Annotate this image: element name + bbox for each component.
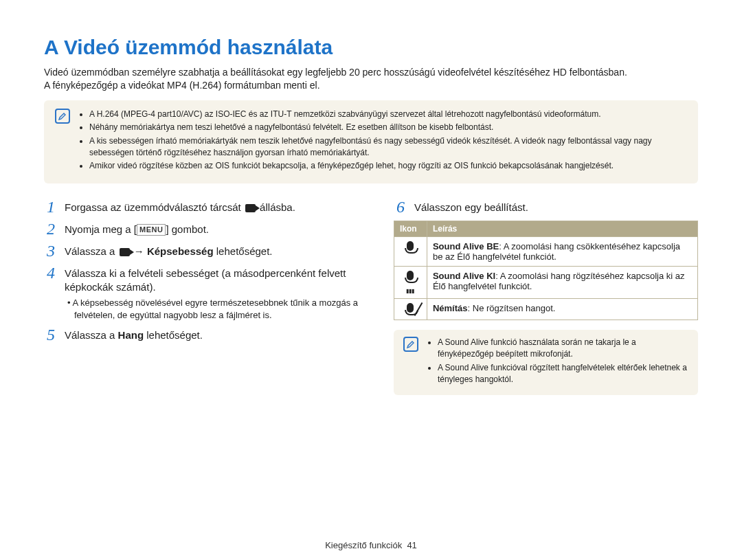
intro-paragraph: Videó üzemmódban személyre szabhatja a b… (44, 66, 698, 92)
step-text: Válasszon egy beállítást. (414, 199, 528, 215)
step-text: Válassza a Hang lehetőséget. (65, 326, 203, 343)
table-head-desc: Leírás (427, 221, 697, 236)
step-text: Nyomja meg a [MENU] gombot. (65, 221, 209, 237)
menu-button-label: MENU (137, 224, 166, 236)
step-subtext: • A képsebesség növelésével egyre termés… (65, 297, 369, 321)
table-row: Sound Alive BE: A zoomolási hang csökken… (394, 236, 697, 266)
mic-mute-icon (394, 298, 427, 320)
video-mode-icon (120, 248, 130, 256)
step-5: 5 Válassza a Hang lehetőséget. (44, 326, 369, 343)
table-row: ▮▮▮ Sound Alive KI: A zoomolási hang rög… (394, 266, 697, 298)
note-item: A kis sebességen írható memóriakártyák n… (89, 135, 687, 159)
note-list-small: A Sound Alive funkció használata során n… (425, 337, 688, 388)
pencil-note-icon (55, 109, 70, 124)
page: A Videó üzemmód használata Videó üzemmód… (0, 0, 742, 409)
note-box: A H.264 (MPEG-4 part10/AVC) az ISO-IEC é… (44, 100, 698, 183)
settings-table: Ikon Leírás Sound Alive BE: A zoomolási … (394, 221, 698, 320)
right-column: 6 Válasszon egy beállítást. Ikon Leírás … (394, 199, 698, 396)
table-desc: Némítás: Ne rögzítsen hangot. (427, 298, 697, 320)
mic-on-icon (394, 236, 427, 266)
note-list: A H.264 (MPEG-4 part10/AVC) az ISO-IEC é… (77, 109, 687, 174)
note-item: Néhány memóriakártya nem teszi lehetővé … (89, 122, 687, 133)
step-2: 2 Nyomja meg a [MENU] gombot. (44, 221, 369, 237)
step-6: 6 Válasszon egy beállítást. (394, 199, 698, 215)
step-4: 4 Válassza ki a felvételi sebességet (a … (44, 265, 369, 322)
table-desc: Sound Alive BE: A zoomolási hang csökken… (427, 236, 697, 266)
step-3: 3 Válassza a → Képsebesség lehetőséget. (44, 243, 369, 259)
step-text: Válassza ki a felvételi sebességet (a má… (65, 265, 369, 322)
step-text: Válassza a → Képsebesség lehetőséget. (65, 243, 273, 259)
video-mode-icon (245, 204, 256, 212)
footer-section: Kiegészítő funkciók (325, 540, 402, 550)
intro-line2: A fényképezőgép a videókat MP4 (H.264) f… (44, 80, 320, 91)
table-head-icon: Ikon (394, 221, 427, 236)
table-row: Némítás: Ne rögzítsen hangot. (394, 298, 697, 320)
step-number: 6 (394, 199, 407, 215)
step-number: 5 (44, 326, 58, 343)
note-box-small: A Sound Alive funkció használata során n… (394, 330, 698, 396)
note-item: A H.264 (MPEG-4 part10/AVC) az ISO-IEC é… (89, 109, 687, 120)
intro-line1: Videó üzemmódban személyre szabhatja a b… (44, 67, 627, 78)
footer-page-number: 41 (407, 540, 416, 550)
page-footer: Kiegészítő funkciók 41 (0, 540, 742, 550)
mic-alt-icon: ▮▮▮ (394, 266, 427, 298)
note-item: A Sound Alive funkcióval rögzített hangf… (438, 362, 688, 386)
step-number: 1 (44, 199, 58, 215)
note-item: A Sound Alive funkció használata során n… (438, 337, 688, 361)
step-number: 3 (44, 243, 58, 259)
step-number: 2 (44, 221, 58, 237)
page-title: A Videó üzemmód használata (44, 36, 698, 59)
step-number: 4 (44, 265, 58, 322)
content-columns: 1 Forgassa az üzemmódválasztó tárcsát ál… (44, 199, 698, 396)
left-column: 1 Forgassa az üzemmódválasztó tárcsát ál… (44, 199, 369, 396)
note-item: Amikor videó rögzítése közben az OIS fun… (89, 160, 687, 172)
pencil-note-icon (403, 337, 418, 352)
step-text: Forgassa az üzemmódválasztó tárcsát állá… (65, 199, 295, 215)
step-1: 1 Forgassa az üzemmódválasztó tárcsát ál… (44, 199, 369, 215)
table-desc: Sound Alive KI: A zoomolási hang rögzíté… (427, 266, 697, 298)
